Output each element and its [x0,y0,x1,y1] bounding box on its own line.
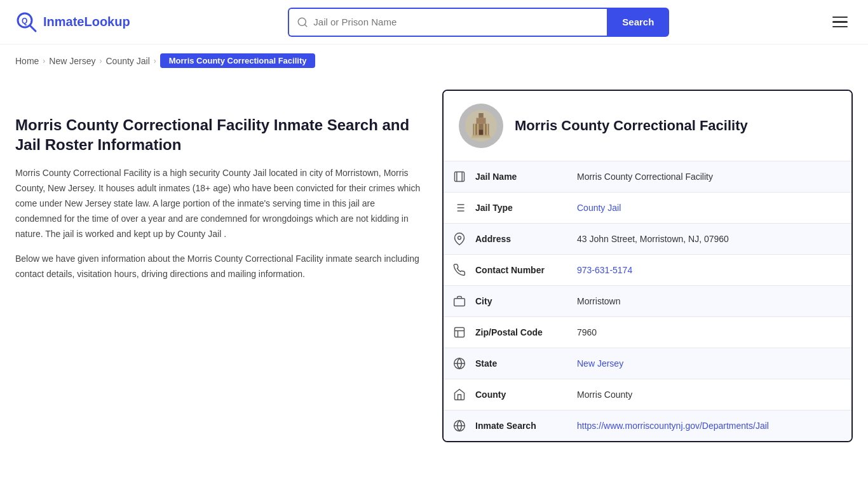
contact-label: Contact Number [475,256,577,284]
jail-name-label: Jail Name [475,163,577,191]
table-row: City Morristown [444,286,851,317]
zip-label: Zip/Postal Code [475,318,577,346]
search-icon [297,17,308,28]
svg-rect-16 [455,172,465,182]
jail-name-value: Morris County Correctional Facility [577,163,851,191]
logo[interactable]: Q InmateLookup [15,11,130,34]
county-icon [444,379,475,410]
page-description-1: Morris County Correctional Facility is a… [15,166,422,241]
svg-rect-14 [472,135,490,137]
breadcrumb-county-jail[interactable]: County Jail [106,56,150,66]
svg-line-1 [30,25,36,31]
phone-icon [444,255,475,285]
svg-point-25 [458,236,461,240]
inmate-search-value: https://www.morriscountynj.gov/Departmen… [577,412,851,440]
table-row: Address 43 John Street, Morristown, NJ, … [444,224,851,255]
svg-rect-7 [477,118,486,124]
state-link[interactable]: New Jersey [577,358,623,369]
table-row: Inmate Search https://www.morriscountynj… [444,410,851,441]
inmate-search-label: Inmate Search [475,412,577,440]
logo-text: InmateLookup [43,15,130,29]
chevron-icon-3: › [154,57,156,65]
svg-text:Q: Q [22,17,27,25]
breadcrumb-new-jersey[interactable]: New Jersey [49,56,95,66]
search-area: Search [288,8,669,37]
city-value: Morristown [577,287,851,315]
card-title: Morris County Correctional Facility [515,118,748,134]
header: Q InmateLookup Search [0,0,868,44]
svg-rect-8 [478,113,484,118]
inmate-search-link[interactable]: https://www.morriscountynj.gov/Departmen… [577,421,769,431]
state-value: New Jersey [577,349,851,377]
info-table: Jail Name Morris County Correctional Fac… [444,161,851,441]
logo-icon: Q [15,11,38,34]
address-label: Address [475,225,577,253]
city-icon [444,286,475,316]
table-row: Contact Number 973-631-5174 [444,255,851,286]
search-input[interactable] [313,17,599,27]
table-row: Zip/Postal Code 7960 [444,317,851,348]
breadcrumb-active: Morris County Correctional Facility [160,53,316,68]
pin-icon [444,224,475,254]
hamburger-line-3 [832,26,848,28]
search-row-icon [444,410,475,441]
jail-type-value: County Jail [577,194,851,222]
svg-rect-15 [471,137,491,139]
globe-icon [444,348,475,379]
search-button[interactable]: Search [607,8,669,37]
svg-rect-27 [455,328,465,337]
svg-rect-9 [474,124,476,136]
chevron-icon-1: › [43,57,45,65]
breadcrumb: Home › New Jersey › County Jail › Morris… [0,44,868,77]
county-value: Morris County [577,381,851,409]
jail-icon [444,161,475,192]
right-column: Morris County Correctional Facility Jail… [442,90,853,442]
list-icon [444,193,475,223]
svg-rect-10 [477,124,479,136]
svg-rect-26 [454,299,465,306]
svg-rect-13 [479,130,483,135]
zip-icon [444,317,475,348]
card-header: Morris County Correctional Facility [444,91,851,161]
building-icon [465,110,497,142]
hamburger-line-1 [832,17,848,18]
table-row: Jail Type County Jail [444,193,851,224]
left-column: Morris County Correctional Facility Inma… [15,90,422,442]
county-label: County [475,381,577,409]
facility-card: Morris County Correctional Facility Jail… [442,90,853,442]
main-content: Morris County Correctional Facility Inma… [0,77,868,468]
table-row: County Morris County [444,379,851,410]
address-value: 43 John Street, Morristown, NJ, 07960 [577,225,851,253]
state-label: State [475,349,577,377]
svg-rect-12 [487,124,489,136]
svg-rect-11 [484,124,485,136]
phone-link[interactable]: 973-631-5174 [577,265,632,275]
page-title: Morris County Correctional Facility Inma… [15,115,422,154]
table-row: Jail Name Morris County Correctional Fac… [444,161,851,193]
table-row: State New Jersey [444,348,851,379]
search-input-wrap [288,8,607,37]
breadcrumb-home[interactable]: Home [15,56,39,66]
svg-line-4 [305,24,307,26]
hamburger-menu-button[interactable] [827,11,853,33]
jail-type-link[interactable]: County Jail [577,203,621,213]
zip-value: 7960 [577,318,851,346]
jail-type-label: Jail Type [475,194,577,222]
hamburger-line-2 [832,21,848,23]
city-label: City [475,287,577,315]
contact-value: 973-631-5174 [577,256,851,284]
chevron-icon-2: › [100,57,102,65]
page-description-2: Below we have given information about th… [15,252,422,282]
facility-image [459,104,503,148]
